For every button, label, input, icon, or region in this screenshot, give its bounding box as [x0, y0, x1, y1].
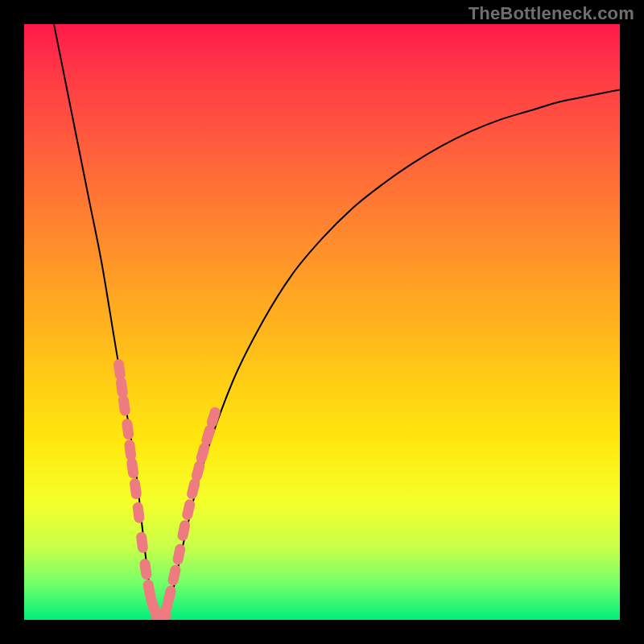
data-marker [190, 460, 205, 482]
data-marker [132, 502, 145, 523]
plot-area [24, 24, 620, 620]
data-marker [162, 584, 177, 607]
data-marker [126, 457, 138, 480]
data-marker [129, 477, 142, 499]
chart-svg [24, 24, 620, 620]
data-marker [176, 519, 191, 542]
data-marker [167, 564, 181, 586]
data-marker [124, 439, 137, 460]
marker-group [113, 358, 221, 620]
data-marker [122, 418, 134, 440]
data-marker [181, 498, 196, 521]
data-marker [118, 394, 131, 417]
data-marker [171, 543, 186, 566]
watermark-text: TheBottleneck.com [469, 3, 634, 24]
data-marker [139, 558, 153, 580]
chart-frame: TheBottleneck.com [0, 0, 644, 644]
bottleneck-curve [54, 24, 620, 620]
data-marker [135, 531, 148, 553]
